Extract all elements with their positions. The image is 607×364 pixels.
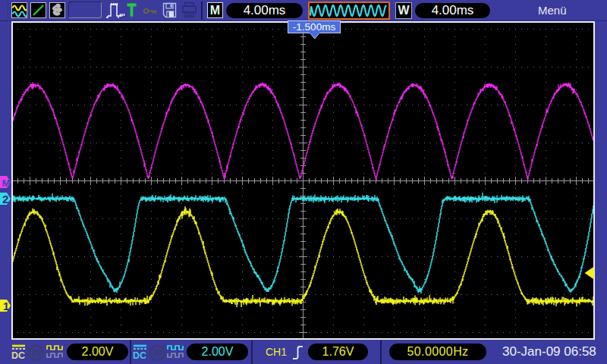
- svg-text:1: 1: [3, 300, 9, 312]
- svg-text:M: M: [2, 177, 11, 189]
- svg-text:-1.500ms: -1.500ms: [293, 21, 336, 33]
- svg-text:2: 2: [2, 193, 8, 206]
- svg-text:DC: DC: [11, 350, 25, 360]
- svg-text:DC: DC: [133, 350, 146, 360]
